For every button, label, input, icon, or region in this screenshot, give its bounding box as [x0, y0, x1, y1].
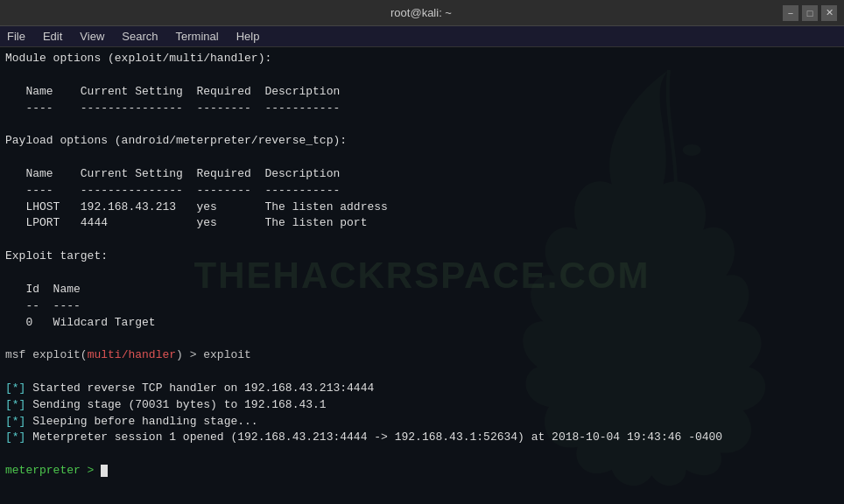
menu-edit[interactable]: Edit — [39, 30, 66, 43]
minimize-button[interactable]: − — [783, 5, 798, 21]
line-id-header: Id Name — [5, 282, 839, 298]
titlebar: root@kali: ~ − □ ✕ — [0, 0, 844, 26]
line-blank2 — [5, 116, 839, 133]
maximize-button[interactable]: □ — [802, 5, 818, 21]
line-module-options: Module options (exploit/multi/handler): — [5, 51, 839, 67]
line-star2: [*] Sending stage (70031 bytes) to 192.1… — [5, 397, 839, 414]
line-blank3 — [5, 150, 839, 166]
line-blank1 — [5, 67, 839, 84]
menu-view[interactable]: View — [76, 30, 108, 43]
line-blank7 — [5, 364, 839, 381]
line-header2: Name Current Setting Required Descriptio… — [5, 166, 839, 183]
line-blank6 — [5, 331, 839, 347]
window-controls[interactable]: − □ ✕ — [783, 5, 837, 21]
menu-help[interactable]: Help — [233, 30, 264, 43]
line-payload-options: Payload options (android/meterpreter/rev… — [5, 133, 839, 150]
terminal[interactable]: THEHACKRSPACE.COM Module options (exploi… — [0, 47, 844, 504]
line-star4: [*] Meterpreter session 1 opened (192.16… — [5, 430, 839, 446]
prompt-line[interactable]: meterpreter > — [5, 463, 839, 480]
menu-search[interactable]: Search — [118, 30, 161, 43]
close-button[interactable]: ✕ — [821, 5, 837, 21]
line-wildcard: 0 Wildcard Target — [5, 315, 839, 332]
line-blank8 — [5, 446, 839, 463]
line-lport: LPORT 4444 yes The listen port — [5, 215, 839, 232]
line-star3: [*] Sleeping before handling stage... — [5, 414, 839, 430]
line-dashes2: ---- --------------- -------- ----------… — [5, 183, 839, 200]
line-id-dash: -- ---- — [5, 298, 839, 315]
menu-terminal[interactable]: Terminal — [172, 30, 222, 43]
line-dashes1: ---- --------------- -------- ----------… — [5, 101, 839, 117]
line-blank5 — [5, 265, 839, 282]
line-exploit-target: Exploit target: — [5, 248, 839, 265]
window-title: root@kali: ~ — [60, 6, 783, 19]
line-msf-exploit: msf exploit(multi/handler) > exploit — [5, 347, 839, 364]
menu-file[interactable]: File — [4, 30, 29, 43]
line-blank4 — [5, 232, 839, 248]
line-header1: Name Current Setting Required Descriptio… — [5, 84, 839, 101]
line-lhost: LHOST 192.168.43.213 yes The listen addr… — [5, 200, 839, 216]
line-star1: [*] Started reverse TCP handler on 192.1… — [5, 381, 839, 397]
cursor — [101, 465, 108, 477]
menubar: File Edit View Search Terminal Help — [0, 26, 844, 47]
